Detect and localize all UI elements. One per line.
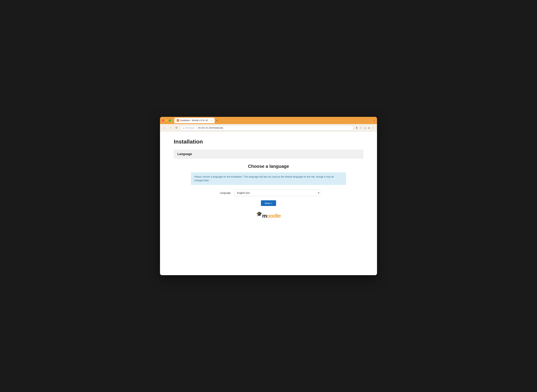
language-select[interactable]: English (en) xyxy=(234,190,320,196)
page-title: Installation xyxy=(174,139,363,145)
tab-favicon: M xyxy=(177,119,179,122)
forward-button[interactable]: → xyxy=(168,126,173,130)
reload-button[interactable]: ↻ xyxy=(175,126,179,130)
maximize-window-button[interactable] xyxy=(169,119,171,122)
tab-close-button[interactable]: × xyxy=(211,119,212,121)
active-tab[interactable]: M Installation - Moodle 4.0.9+ (B... × xyxy=(174,118,215,123)
tab-bar: M Installation - Moodle 4.0.9+ (B... × +… xyxy=(174,118,375,123)
new-tab-button[interactable]: + xyxy=(215,119,219,122)
address-text: 34.201.41.202/install.php xyxy=(198,126,223,129)
more-button[interactable]: ⋮ xyxy=(371,126,375,130)
share-button[interactable]: ⬆ xyxy=(355,126,358,130)
profile-button[interactable]: ● xyxy=(368,126,371,130)
info-box: Please choose a language for the install… xyxy=(191,173,346,185)
bookmark-button[interactable]: ☆ xyxy=(359,126,363,130)
button-row: Next » xyxy=(191,200,346,206)
next-button[interactable]: Next » xyxy=(261,200,276,206)
title-bar: M Installation - Moodle 4.0.9+ (B... × +… xyxy=(160,117,377,124)
traffic-lights xyxy=(162,119,171,122)
tab-expand-button[interactable]: ∨ xyxy=(373,119,375,122)
moodle-logo: 🎓moodle xyxy=(191,211,346,219)
minimize-window-button[interactable] xyxy=(165,119,168,122)
page-content: Installation Language Choose a language … xyxy=(160,132,377,275)
nav-actions: ⬆ ☆ ▭ ● ⋮ xyxy=(355,126,375,130)
main-content: Choose a language Please choose a langua… xyxy=(191,164,346,219)
moodle-logo-text: 🎓moodle xyxy=(256,211,281,219)
nav-bar: ← → ↻ ▲ Not Secure | 34.201.41.202/insta… xyxy=(160,124,377,132)
back-button[interactable]: ← xyxy=(162,126,167,130)
tab-title: Installation - Moodle 4.0.9+ (B... xyxy=(180,119,209,122)
language-form-row: Language English (en) xyxy=(191,190,346,196)
choose-language-heading: Choose a language xyxy=(191,164,346,169)
section-header: Language xyxy=(174,150,363,159)
sidebar-button[interactable]: ▭ xyxy=(363,126,367,130)
language-label: Language xyxy=(217,191,231,194)
section-title: Language xyxy=(177,152,192,156)
address-bar[interactable]: ▲ Not Secure | 34.201.41.202/install.php xyxy=(180,125,354,131)
security-indicator: ▲ Not Secure xyxy=(183,127,195,129)
browser-window: M Installation - Moodle 4.0.9+ (B... × +… xyxy=(160,117,377,275)
close-window-button[interactable] xyxy=(162,119,164,122)
